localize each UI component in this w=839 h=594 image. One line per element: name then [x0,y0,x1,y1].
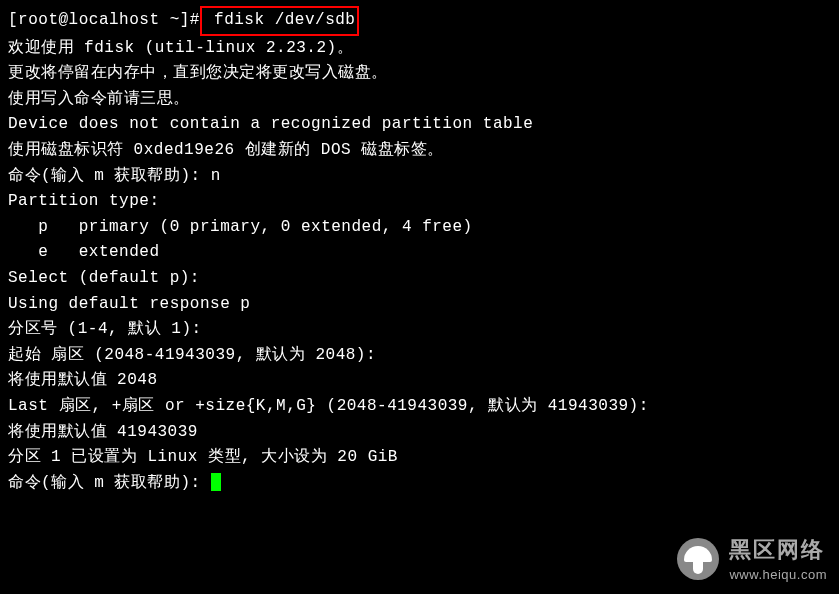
command-highlight: fdisk /dev/sdb [200,6,360,36]
output-line: p primary (0 primary, 0 extended, 4 free… [8,215,831,241]
shell-prompt: [root@localhost ~]# [8,11,200,29]
cursor-icon [211,473,221,491]
command-text: fdisk /dev/sdb [204,11,356,29]
watermark: 黑区网络 www.heiqu.com [677,532,827,586]
output-line: 将使用默认值 2048 [8,368,831,394]
output-line: 更改将停留在内存中，直到您决定将更改写入磁盘。 [8,61,831,87]
watermark-title: 黑区网络 [729,532,827,567]
command-prompt: 命令(输入 m 获取帮助): [8,474,211,492]
output-line: 使用磁盘标识符 0xded19e26 创建新的 DOS 磁盘标签。 [8,138,831,164]
output-line: Select (default p): [8,266,831,292]
output-line: 欢迎使用 fdisk (util-linux 2.23.2)。 [8,36,831,62]
output-line: 使用写入命令前请三思。 [8,87,831,113]
watermark-text: 黑区网络 www.heiqu.com [729,532,827,586]
output-line: Device does not contain a recognized par… [8,112,831,138]
output-line: 将使用默认值 41943039 [8,420,831,446]
mushroom-icon [677,538,719,580]
output-line: 命令(输入 m 获取帮助): n [8,164,831,190]
prompt-line-active[interactable]: 命令(输入 m 获取帮助): [8,471,831,497]
output-line: 起始 扇区 (2048-41943039, 默认为 2048): [8,343,831,369]
output-line: 分区 1 已设置为 Linux 类型, 大小设为 20 GiB [8,445,831,471]
output-line: Last 扇区, +扇区 or +size{K,M,G} (2048-41943… [8,394,831,420]
prompt-line: [root@localhost ~]# fdisk /dev/sdb [8,8,831,36]
output-line: e extended [8,240,831,266]
terminal-output[interactable]: [root@localhost ~]# fdisk /dev/sdb 欢迎使用 … [8,8,831,496]
watermark-url: www.heiqu.com [729,565,827,586]
output-line: Using default response p [8,292,831,318]
output-line: Partition type: [8,189,831,215]
output-line: 分区号 (1-4, 默认 1): [8,317,831,343]
